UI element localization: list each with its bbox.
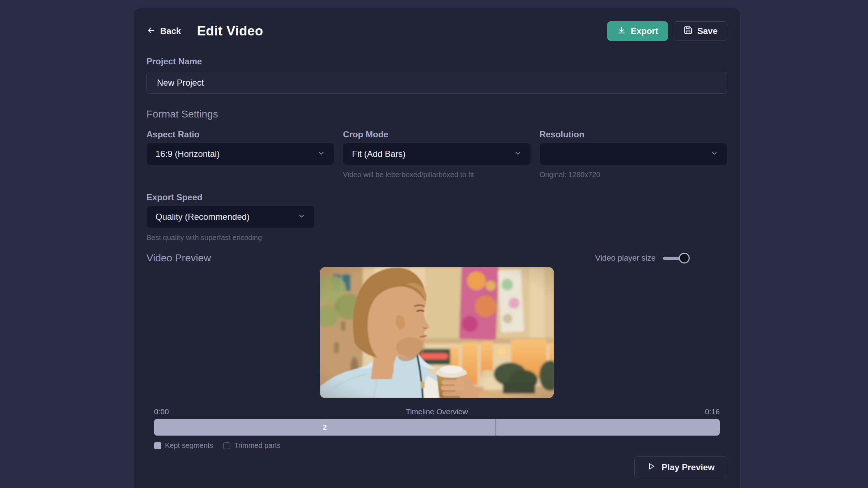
chevron-down-icon <box>298 212 306 222</box>
trimmed-swatch <box>223 442 230 449</box>
save-icon <box>684 26 693 37</box>
player-size-control: Video player size <box>595 253 687 264</box>
project-name-input[interactable] <box>146 72 727 94</box>
download-icon <box>617 26 626 37</box>
resolution-label: Resolution <box>540 129 727 140</box>
play-icon <box>647 462 656 473</box>
timeline-segment[interactable] <box>496 419 720 436</box>
chevron-down-icon <box>710 149 718 159</box>
trimmed-label: Trimmed parts <box>234 441 280 450</box>
edit-video-panel: Back Edit Video Export Save Project Name… <box>133 8 741 488</box>
aspect-ratio-select[interactable]: 16:9 (Horizontal) <box>146 143 334 165</box>
resolution-helper: Original: 1280x720 <box>540 170 727 179</box>
crop-mode-helper: Video will be letterboxed/pillarboxed to… <box>343 170 531 179</box>
resolution-value <box>549 154 710 154</box>
export-label: Export <box>631 26 658 36</box>
footer: Play Preview <box>146 456 727 478</box>
timeline-labels: 0:00 Timeline Overview 0:16 <box>154 407 720 416</box>
chevron-down-icon <box>514 149 522 159</box>
timeline-section: 0:00 Timeline Overview 0:16 2 Kept segme… <box>146 407 727 450</box>
back-button[interactable]: Back <box>146 26 181 37</box>
play-preview-label: Play Preview <box>661 462 715 472</box>
back-label: Back <box>160 26 181 36</box>
export-speed-label: Export Speed <box>146 192 315 203</box>
save-label: Save <box>697 26 718 36</box>
page-title: Edit Video <box>197 23 263 39</box>
back-arrow-icon <box>146 26 156 37</box>
timeline-end-time: 0:16 <box>705 407 720 416</box>
timeline-segment[interactable]: 2 <box>154 419 496 436</box>
video-still-image <box>320 267 554 398</box>
resolution-select[interactable] <box>540 143 727 165</box>
aspect-ratio-label: Aspect Ratio <box>146 129 334 140</box>
video-frame <box>320 267 554 398</box>
kept-label: Kept segments <box>165 441 213 450</box>
timeline-title: Timeline Overview <box>169 407 705 416</box>
export-speed-value: Quality (Recommended) <box>156 212 298 222</box>
aspect-ratio-field: Aspect Ratio 16:9 (Horizontal) <box>146 129 334 179</box>
legend-trimmed: Trimmed parts <box>223 441 280 450</box>
export-speed-field: Export Speed Quality (Recommended) Best … <box>146 192 315 242</box>
export-button[interactable]: Export <box>607 21 668 41</box>
slider-knob[interactable] <box>679 253 690 264</box>
timeline-segment-label: 2 <box>154 419 495 436</box>
header: Back Edit Video Export Save <box>146 21 727 41</box>
video-preview-header: Video Preview Video player size <box>146 252 687 264</box>
timeline-start-time: 0:00 <box>154 407 169 416</box>
player-size-label: Video player size <box>595 253 656 263</box>
play-preview-button[interactable]: Play Preview <box>634 456 727 478</box>
crop-mode-field: Crop Mode Fit (Add Bars) Video will be l… <box>343 129 531 179</box>
crop-mode-select[interactable]: Fit (Add Bars) <box>343 143 531 165</box>
player-size-slider[interactable] <box>663 253 687 264</box>
export-speed-select[interactable]: Quality (Recommended) <box>146 206 315 228</box>
kept-swatch <box>154 442 161 449</box>
legend-kept: Kept segments <box>154 441 213 450</box>
format-settings-grid: Aspect Ratio 16:9 (Horizontal) Crop Mode… <box>146 129 727 179</box>
project-name-label: Project Name <box>146 56 727 67</box>
timeline-legend: Kept segments Trimmed parts <box>154 441 720 450</box>
resolution-field: Resolution Original: 1280x720 <box>540 129 727 179</box>
timeline-bar[interactable]: 2 <box>154 419 720 436</box>
crop-mode-label: Crop Mode <box>343 129 531 140</box>
export-speed-helper: Best quality with superfast encoding <box>146 233 315 242</box>
aspect-ratio-value: 16:9 (Horizontal) <box>156 149 317 159</box>
chevron-down-icon <box>317 149 325 159</box>
video-preview-heading: Video Preview <box>146 252 211 264</box>
crop-mode-value: Fit (Add Bars) <box>352 149 514 159</box>
format-settings-heading: Format Settings <box>146 108 727 120</box>
save-button[interactable]: Save <box>674 21 727 41</box>
